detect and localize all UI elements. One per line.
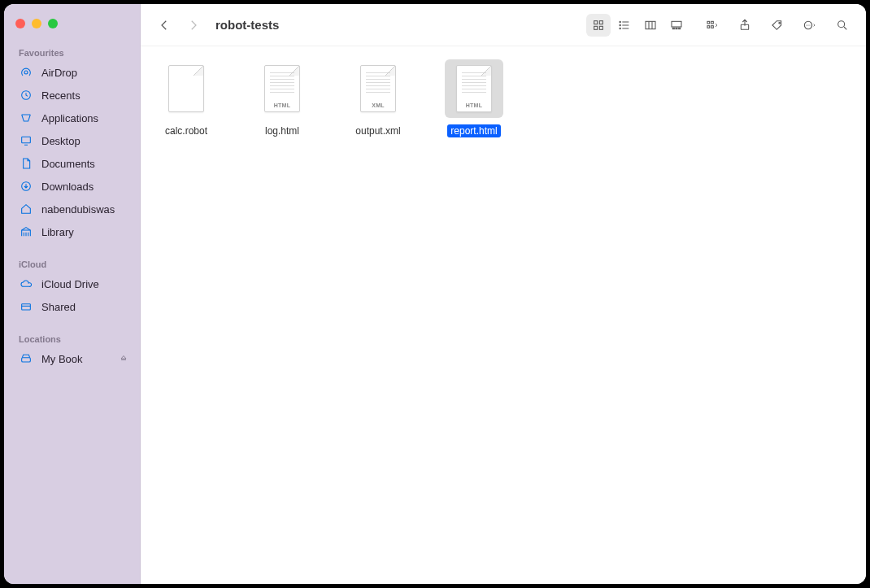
svg-rect-8: [594, 26, 598, 29]
svg-point-10: [620, 21, 620, 22]
svg-rect-5: [22, 358, 31, 362]
folder-title: robot-tests: [215, 18, 279, 32]
sidebar-item-label: Downloads: [41, 181, 94, 193]
svg-rect-13: [646, 21, 655, 28]
sidebar-item-label: Recents: [41, 89, 80, 102]
sidebar-item-label: nabendubiswas: [41, 203, 115, 216]
disk-icon: [19, 351, 33, 366]
back-button[interactable]: [152, 14, 176, 37]
file-icon: XML: [349, 59, 407, 118]
sidebar-item-downloads[interactable]: Downloads: [4, 175, 140, 198]
svg-rect-19: [707, 25, 710, 28]
svg-point-23: [779, 22, 781, 24]
svg-rect-6: [594, 20, 598, 24]
doc-icon: [19, 156, 33, 171]
sidebar-item-label: My Book: [41, 353, 83, 365]
sidebar-item-shared[interactable]: Shared: [4, 295, 140, 318]
shared-icon: [19, 299, 33, 314]
file-label: log.html: [262, 124, 302, 137]
sidebar-item-desktop[interactable]: Desktop: [4, 129, 140, 152]
apps-icon: [19, 111, 33, 125]
finder-window: Favourites AirDrop Recents Applications …: [4, 4, 866, 584]
clock-icon: [19, 88, 33, 102]
desktop-icon: [19, 133, 33, 148]
view-gallery-button[interactable]: [664, 14, 689, 37]
sidebar-item-recents[interactable]: Recents: [4, 84, 140, 107]
svg-point-11: [620, 24, 620, 25]
file-item[interactable]: HTML log.html: [248, 59, 316, 137]
eject-icon[interactable]: [119, 353, 128, 365]
svg-rect-17: [679, 28, 681, 28]
download-icon: [19, 179, 33, 194]
svg-point-25: [806, 24, 807, 25]
sidebar-item-documents[interactable]: Documents: [4, 152, 140, 175]
toolbar: robot-tests: [141, 4, 866, 46]
sidebar-header-locations: Locations: [4, 329, 140, 347]
group-by-button[interactable]: [700, 14, 724, 37]
sidebar: Favourites AirDrop Recents Applications …: [4, 4, 141, 584]
view-columns-button[interactable]: [638, 14, 663, 37]
sidebar-item-label: Shared: [41, 301, 76, 313]
home-icon: [19, 202, 33, 216]
close-button[interactable]: [15, 19, 25, 28]
minimize-button[interactable]: [32, 19, 41, 28]
sidebar-item-home[interactable]: nabendubiswas: [4, 198, 140, 220]
main-pane: robot-tests calc.robot: [141, 4, 866, 584]
file-icon: HTML: [445, 59, 503, 118]
svg-point-26: [807, 24, 808, 25]
share-button[interactable]: [733, 14, 757, 37]
sidebar-item-label: Documents: [41, 158, 95, 170]
svg-rect-21: [711, 25, 714, 28]
sidebar-item-applications[interactable]: Applications: [4, 107, 140, 129]
sidebar-item-label: Library: [41, 226, 74, 238]
svg-rect-14: [672, 21, 681, 27]
svg-point-12: [620, 28, 620, 28]
file-grid[interactable]: calc.robot HTML log.html XML output.xml …: [141, 46, 866, 584]
view-list-button[interactable]: [612, 14, 637, 37]
window-controls: [4, 12, 140, 43]
sidebar-item-airdrop[interactable]: AirDrop: [4, 61, 140, 84]
file-icon: [157, 59, 215, 118]
svg-point-28: [838, 20, 845, 27]
sidebar-item-label: iCloud Drive: [41, 278, 99, 290]
search-button[interactable]: [830, 14, 855, 37]
svg-rect-16: [676, 28, 677, 28]
sidebar-item-library[interactable]: Library: [4, 220, 140, 243]
file-icon: HTML: [253, 59, 311, 118]
svg-rect-4: [22, 304, 31, 310]
svg-point-0: [24, 71, 28, 74]
view-icons-button[interactable]: [586, 14, 611, 37]
file-item-selected[interactable]: HTML report.html: [440, 59, 508, 137]
file-label: calc.robot: [162, 124, 211, 137]
svg-rect-15: [672, 28, 674, 28]
cloud-icon: [19, 277, 33, 291]
forward-button[interactable]: [181, 14, 206, 37]
file-label: output.xml: [352, 124, 403, 137]
library-icon: [19, 224, 33, 239]
view-mode-segment: [585, 12, 690, 38]
sidebar-item-icloud-drive[interactable]: iCloud Drive: [4, 272, 140, 295]
sidebar-header-icloud: iCloud: [4, 255, 140, 272]
action-menu-button[interactable]: [798, 14, 822, 37]
file-label: report.html: [447, 124, 500, 137]
svg-rect-20: [711, 21, 714, 24]
sidebar-item-label: AirDrop: [41, 67, 77, 79]
svg-point-27: [809, 24, 810, 25]
sidebar-item-mybook[interactable]: My Book: [4, 347, 140, 370]
sidebar-item-label: Applications: [41, 112, 98, 124]
svg-rect-2: [22, 137, 31, 142]
airdrop-icon: [19, 65, 33, 80]
svg-rect-9: [599, 26, 602, 29]
fullscreen-button[interactable]: [48, 19, 58, 28]
file-item[interactable]: calc.robot: [152, 59, 220, 137]
sidebar-header-favourites: Favourites: [4, 43, 140, 61]
tags-button[interactable]: [765, 14, 790, 37]
svg-rect-7: [599, 20, 602, 24]
svg-rect-18: [707, 21, 710, 24]
file-item[interactable]: XML output.xml: [344, 59, 412, 137]
sidebar-item-label: Desktop: [41, 135, 80, 147]
